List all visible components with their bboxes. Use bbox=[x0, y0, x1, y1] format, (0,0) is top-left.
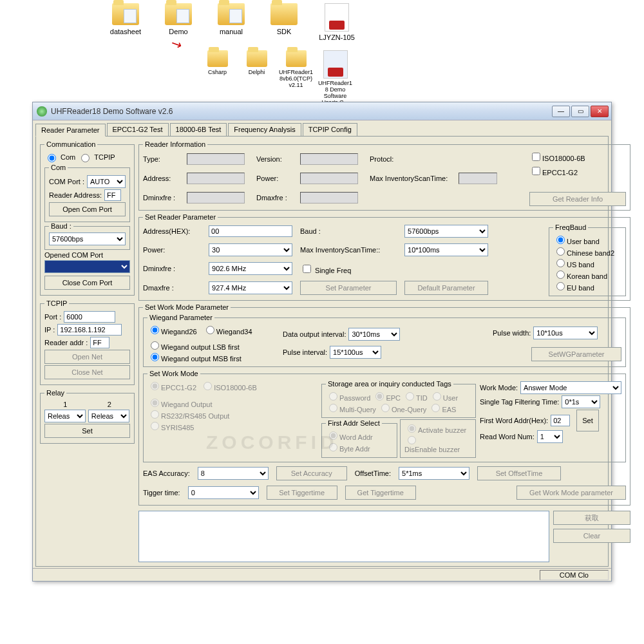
select-eas-accuracy[interactable]: 8 bbox=[198, 467, 269, 480]
radio-msb[interactable] bbox=[151, 353, 159, 361]
select-offset-time[interactable]: 5*1ms bbox=[399, 467, 469, 480]
label-ip: IP : bbox=[44, 326, 55, 334]
folder-manual[interactable]: manual bbox=[209, 3, 254, 41]
radio-out-rs bbox=[151, 410, 159, 419]
select-maxscan[interactable]: 10*100ms bbox=[404, 243, 488, 256]
label-type: Type: bbox=[143, 155, 182, 163]
select-rwn[interactable]: 1 bbox=[537, 430, 563, 443]
radio-com[interactable] bbox=[48, 154, 56, 162]
select-stf[interactable]: 0*1s bbox=[562, 395, 600, 408]
select-baud2[interactable]: 57600bps bbox=[404, 225, 488, 238]
open-net-button[interactable]: Open Net bbox=[44, 350, 130, 364]
set-work-mode-button[interactable]: Set bbox=[576, 410, 599, 431]
radio-lsb[interactable] bbox=[151, 341, 159, 350]
tab-epcc1g2[interactable]: EPCC1-G2 Test bbox=[107, 123, 169, 136]
set-offset-time-button[interactable]: Set OffsetTime bbox=[477, 466, 561, 480]
set-accuracy-button[interactable]: Set Accuracy bbox=[276, 466, 347, 480]
file-ljyzn105[interactable]: LJYZN-105 bbox=[314, 3, 359, 41]
tab-180006b[interactable]: 18000-6B Test bbox=[170, 123, 227, 136]
label-iso-mode: ISO18000-6B bbox=[214, 384, 257, 392]
folder-sdk[interactable]: SDK bbox=[261, 3, 307, 41]
tab-freq-analysis[interactable]: Frequency Analysis bbox=[228, 123, 301, 136]
radio-usband[interactable] bbox=[556, 259, 565, 267]
maximize-button[interactable]: ▭ bbox=[571, 106, 589, 117]
select-power[interactable]: 30 bbox=[209, 243, 292, 256]
select-baud[interactable]: 57600bps bbox=[49, 232, 126, 245]
relay-set-button[interactable]: Set bbox=[44, 424, 130, 438]
get-work-mode-parameter-button[interactable]: Get Work Mode parameter bbox=[516, 486, 626, 500]
folder-delphi[interactable]: Delphi bbox=[239, 50, 274, 106]
set-parameter-button[interactable]: Set Parameter bbox=[300, 281, 397, 295]
select-pulse-interval[interactable]: 15*100us bbox=[330, 346, 381, 359]
select-relay2[interactable]: Releas bbox=[88, 410, 129, 422]
check-epcc1g2[interactable] bbox=[532, 167, 540, 175]
select-com-port[interactable]: AUTO bbox=[87, 175, 126, 188]
check-single-freq[interactable] bbox=[303, 265, 311, 273]
input-addr-hex[interactable] bbox=[209, 225, 292, 237]
minimize-button[interactable]: — bbox=[552, 106, 570, 117]
group-reader-info: Reader Information Type: Version: Protoc… bbox=[138, 140, 630, 211]
file-userguide[interactable]: UHFReader18 Demo Software User's G... bbox=[317, 50, 353, 106]
select-data-output[interactable]: 30*10ms bbox=[348, 328, 400, 341]
log-textarea[interactable] bbox=[138, 511, 549, 562]
close-button[interactable]: ✕ bbox=[591, 106, 609, 117]
folder-vb6[interactable]: UHFReader18vb6.0(TCP)v2.11 bbox=[278, 50, 314, 106]
check-iso18000[interactable] bbox=[532, 153, 540, 161]
tab-tcpip-config[interactable]: TCPIP Config bbox=[303, 123, 357, 136]
group-storage-area: Storage area or inquiry conducted Tags P… bbox=[321, 380, 476, 418]
label-tcpip: TCPIP bbox=[94, 153, 115, 161]
open-com-port-button[interactable]: Open Com Port bbox=[49, 202, 126, 216]
close-net-button[interactable]: Close Net bbox=[44, 365, 130, 379]
label-power2: Power: bbox=[143, 246, 201, 254]
radio-euband[interactable] bbox=[556, 282, 565, 290]
input-ip[interactable] bbox=[57, 324, 122, 336]
input-raddr[interactable] bbox=[90, 337, 109, 348]
select-opened-com[interactable] bbox=[44, 260, 130, 273]
get-reader-info-button[interactable]: Get Reader Info bbox=[529, 192, 626, 206]
group-buzzer: Activate buzzer DisEnable buzzer bbox=[400, 419, 476, 458]
label-disable-buzzer: DisEnable buzzer bbox=[404, 446, 460, 453]
label-fwa: First Word Addr(Hex): bbox=[480, 417, 548, 424]
label-wiegand34: Wiegand34 bbox=[216, 328, 252, 336]
select-dmin[interactable]: 902.6 MHz bbox=[209, 262, 292, 275]
radio-koreanband[interactable] bbox=[556, 270, 565, 279]
input-reader-addr[interactable] bbox=[104, 189, 121, 201]
input-fwa[interactable] bbox=[551, 415, 570, 426]
select-relay1[interactable]: Releas bbox=[44, 410, 86, 422]
group-tcpip: TCPIP Port : IP : Reader addr : Open Net… bbox=[40, 299, 135, 385]
status-com: COM Clo bbox=[540, 570, 609, 580]
set-tiggertime-button[interactable]: Set Tiggertime bbox=[267, 486, 337, 500]
folder-csharp[interactable]: Csharp bbox=[200, 50, 235, 106]
get-tiggertime-button[interactable]: Get Tiggertime bbox=[345, 486, 416, 500]
default-parameter-button[interactable]: Default Parameter bbox=[404, 281, 488, 295]
radio-user bbox=[433, 392, 441, 401]
label-activate-buzzer: Activate buzzer bbox=[418, 426, 466, 434]
get-button-cn[interactable]: 获取 bbox=[553, 511, 630, 525]
close-com-port-button[interactable]: Close Com Port bbox=[44, 276, 130, 290]
titlebar[interactable]: UHFReader18 Demo Software v2.6 — ▭ ✕ bbox=[33, 102, 611, 120]
input-port[interactable] bbox=[64, 311, 115, 323]
select-tigger-time[interactable]: 0 bbox=[188, 486, 259, 499]
group-freqbaud: FreqBaud User band Chinese band2 US band… bbox=[549, 223, 626, 296]
folder-datasheet[interactable]: datasheet bbox=[103, 3, 148, 41]
radio-word-addr bbox=[329, 431, 337, 440]
radio-tcpip[interactable] bbox=[81, 154, 90, 162]
select-dmax[interactable]: 927.4 MHz bbox=[209, 281, 292, 294]
desktop-folder-row: datasheet Demo manual SDK LJYZN-105 bbox=[103, 3, 393, 41]
set-wg-parameter-button[interactable]: SetWGParameter bbox=[531, 347, 621, 361]
label-out-rs: RS232/RS485 Output bbox=[161, 412, 229, 420]
radio-wiegand26[interactable] bbox=[151, 326, 159, 334]
select-pulse-width[interactable]: 10*10us bbox=[533, 327, 598, 339]
radio-userband[interactable] bbox=[556, 236, 565, 244]
label-pulse-width: Pulse width: bbox=[493, 329, 531, 337]
radio-multiquery bbox=[329, 404, 337, 412]
radio-wiegand34[interactable] bbox=[206, 326, 214, 334]
select-work-mode[interactable]: Answer Mode bbox=[520, 381, 621, 394]
label-port: Port : bbox=[44, 313, 61, 321]
radio-chineseband[interactable] bbox=[556, 247, 565, 256]
label-data-output: Data output interval: bbox=[283, 330, 346, 338]
group-wiegand: Wiegand Parameter Wiegand26 Wiegand34 Wi… bbox=[143, 314, 626, 367]
clear-button[interactable]: Clear bbox=[553, 529, 630, 543]
label-raddr: Reader addr : bbox=[44, 339, 88, 346]
tab-reader-parameter[interactable]: Reader Parameter bbox=[35, 124, 106, 137]
